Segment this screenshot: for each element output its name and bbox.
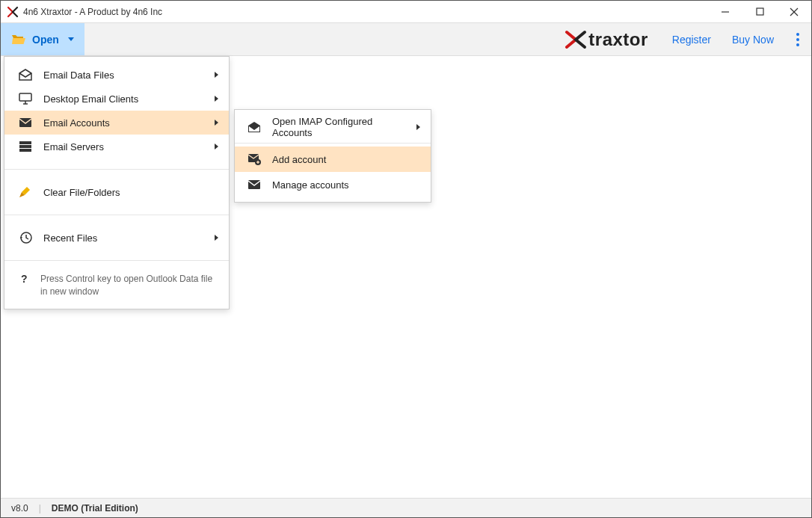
divider: |	[39, 503, 41, 514]
submenu-item-label: Open IMAP Configured Accounts	[272, 116, 406, 138]
mail-icon	[18, 115, 33, 130]
menu-item-label: Email Data Files	[43, 70, 204, 81]
menu-item-email-data-files[interactable]: Email Data Files	[4, 63, 229, 87]
menu-item-label: Email Accounts	[43, 117, 204, 129]
maximize-button[interactable]	[742, 1, 777, 23]
menu-item-recent-files[interactable]: Recent Files	[4, 226, 229, 250]
edition-label: DEMO (Trial Edition)	[52, 503, 138, 514]
more-menu-button[interactable]	[784, 23, 811, 55]
menu-item-label: Recent Files	[43, 232, 204, 244]
menu-item-label: Desktop Email Clients	[43, 93, 204, 105]
menu-tip: ? Press Control key to open Outlook Data…	[4, 265, 229, 309]
menu-item-email-servers[interactable]: Email Servers	[4, 135, 229, 158]
svg-rect-10	[19, 149, 31, 152]
chevron-right-icon	[215, 72, 218, 78]
close-button[interactable]	[777, 1, 811, 23]
server-icon	[18, 139, 33, 154]
chevron-right-icon	[215, 235, 218, 241]
menu-item-label: Email Servers	[43, 141, 204, 152]
submenu-item-add-account[interactable]: Add account	[235, 147, 431, 172]
svg-rect-9	[19, 145, 31, 148]
email-accounts-submenu: Open IMAP Configured Accounts Add accoun…	[234, 109, 431, 203]
svg-rect-4	[19, 93, 31, 101]
menu-item-clear-file-folders[interactable]: Clear File/Folders	[4, 180, 229, 204]
caret-down-icon	[68, 37, 74, 41]
menu-item-desktop-email-clients[interactable]: Desktop Email Clients	[4, 87, 229, 111]
submenu-item-open-imap[interactable]: Open IMAP Configured Accounts	[235, 114, 431, 140]
open-button-label: Open	[32, 34, 59, 46]
statusbar: v8.0 | DEMO (Trial Edition)	[1, 498, 811, 517]
mail-add-icon	[247, 152, 262, 167]
window-title: 4n6 Xtraxtor - A Product by 4n6 Inc	[23, 7, 162, 17]
svg-rect-17	[248, 180, 260, 189]
chevron-right-icon	[215, 144, 218, 149]
version-label: v8.0	[11, 503, 28, 514]
brand-logo: traxtor	[551, 23, 662, 55]
titlebar: 4n6 Xtraxtor - A Product by 4n6 Inc	[1, 1, 811, 23]
submenu-item-manage-accounts[interactable]: Manage accounts	[235, 172, 431, 197]
toolbar: Open traxtor Register Buy Now	[1, 23, 811, 56]
main-area: Email Data Files Desktop Email Clients E…	[1, 56, 811, 498]
svg-text:?: ?	[21, 273, 28, 285]
minimize-button[interactable]	[708, 1, 742, 23]
register-link[interactable]: Register	[662, 23, 722, 55]
chevron-right-icon	[215, 120, 218, 126]
menu-item-email-accounts[interactable]: Email Accounts	[4, 111, 229, 135]
menu-item-label: Clear File/Folders	[43, 187, 218, 198]
app-icon	[7, 6, 19, 18]
buy-now-link[interactable]: Buy Now	[722, 23, 784, 55]
folder-open-icon	[11, 33, 26, 46]
svg-rect-8	[19, 141, 31, 144]
svg-rect-7	[19, 118, 31, 127]
submenu-item-label: Manage accounts	[272, 179, 420, 191]
broom-icon	[18, 185, 33, 200]
brand-name: traxtor	[588, 29, 648, 50]
history-icon	[18, 230, 33, 245]
svg-rect-1	[757, 8, 763, 15]
menu-tip-text: Press Control key to open Outlook Data f…	[40, 273, 218, 298]
open-menu: Email Data Files Desktop Email Clients E…	[4, 56, 230, 309]
window-controls	[708, 1, 811, 23]
submenu-item-label: Add account	[272, 154, 420, 165]
chevron-right-icon	[416, 124, 420, 130]
question-icon: ?	[18, 273, 30, 285]
mail-icon	[247, 177, 262, 192]
open-button[interactable]: Open	[1, 23, 84, 55]
mail-open-icon	[247, 120, 262, 135]
desktop-icon	[18, 91, 33, 106]
mail-open-icon	[18, 67, 33, 82]
chevron-right-icon	[215, 96, 218, 102]
